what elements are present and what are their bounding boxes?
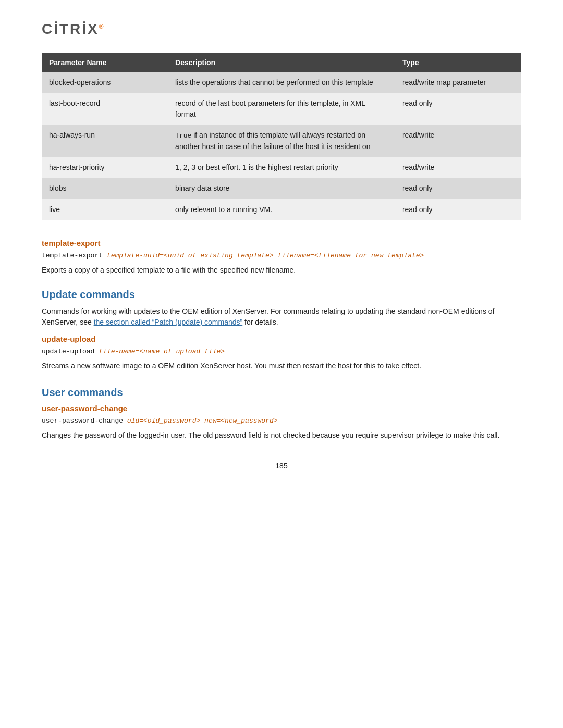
update-commands-body: Commands for working with updates to the… [42,306,521,328]
code-param2: new=<new_password> [204,417,277,425]
type-cell: read/write map parameter [395,72,521,93]
user-password-change-section: user-password-change user-password-chang… [42,404,521,441]
code-param1: old=<old_password> [127,417,200,425]
param-name-cell: ha-restart-priority [42,157,168,178]
code-param1: template-uuid=<uuid_of_existing_template… [107,252,274,260]
patch-update-link[interactable]: the section called “Patch (update) comma… [94,318,243,326]
col-header-param: Parameter Name [42,53,168,72]
citrix-logo: CİTRİX® [42,21,105,37]
param-name-cell: blobs [42,178,168,199]
update-commands-section: Update commands Commands for working wit… [42,289,521,372]
update-upload-body: Streams a new software image to a OEM ed… [42,361,521,372]
table-row: blobs binary data store read only [42,178,521,199]
param-name-cell: last-boot-record [42,93,168,125]
type-cell: read only [395,93,521,125]
description-cell: binary data store [168,178,395,199]
description-cell: 1, 2, 3 or best effort. 1 is the highest… [168,157,395,178]
user-password-change-code: user-password-change old=<old_password> … [42,417,521,425]
template-export-section: template-export template-export template… [42,239,521,276]
type-cell: read/write [395,157,521,178]
template-export-body: Exports a copy of a specified template t… [42,265,521,276]
logo-area: CİTRİX® [42,21,521,38]
param-name-cell: live [42,199,168,220]
param-name-cell: blocked-operations [42,72,168,93]
update-upload-heading: update-upload [42,335,521,343]
user-commands-heading: User commands [42,387,521,399]
type-cell: read only [395,199,521,220]
code-keyword: template-export [42,252,103,260]
code-keyword: update-upload [42,348,94,355]
description-cell: True if an instance of this template wil… [168,125,395,157]
table-row: ha-restart-priority 1, 2, 3 or best effo… [42,157,521,178]
update-upload-code: update-upload file-name=<name_of_upload_… [42,348,521,355]
parameters-table: Parameter Name Description Type blocked-… [42,53,521,220]
code-param: file-name=<name_of_upload_file> [99,348,225,355]
type-cell: read only [395,178,521,199]
update-upload-section: update-upload update-upload file-name=<n… [42,335,521,372]
param-name-cell: ha-always-run [42,125,168,157]
template-export-heading: template-export [42,239,521,248]
table-row: ha-always-run True if an instance of thi… [42,125,521,157]
description-cell: only relevant to a running VM. [168,199,395,220]
update-commands-heading: Update commands [42,289,521,301]
update-commands-end: for details. [242,318,278,326]
page-number: 185 [42,462,521,470]
user-password-change-body: Changes the password of the logged-in us… [42,430,521,441]
true-code: True [175,132,191,140]
table-row: last-boot-record record of the last boot… [42,93,521,125]
col-header-type: Type [395,53,521,72]
user-password-change-heading: user-password-change [42,404,521,413]
user-commands-section: User commands user-password-change user-… [42,387,521,441]
code-param2: filename=<filename_for_new_template> [278,252,424,260]
description-cell: record of the last boot parameters for t… [168,93,395,125]
type-cell: read/write [395,125,521,157]
template-export-code: template-export template-uuid=<uuid_of_e… [42,252,521,260]
table-row: blocked-operations lists the operations … [42,72,521,93]
description-cell: lists the operations that cannot be perf… [168,72,395,93]
col-header-desc: Description [168,53,395,72]
code-keyword: user-password-change [42,417,123,425]
table-row: live only relevant to a running VM. read… [42,199,521,220]
ha-always-run-desc-text: if an instance of this template will alw… [175,131,370,151]
